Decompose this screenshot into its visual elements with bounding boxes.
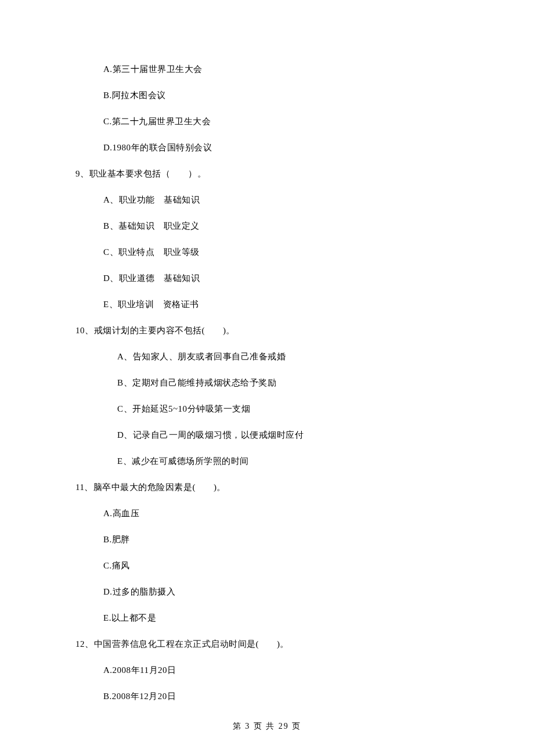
q8-option-c: C.第二十九届世界卫生大会 bbox=[103, 116, 459, 127]
q8-option-b: B.阿拉木图会议 bbox=[103, 90, 459, 101]
q12-stem: 12、中国营养信息化工程在京正式启动时间是( )。 bbox=[75, 639, 459, 650]
q10-option-e: E、减少在可威德场所学照的时间 bbox=[117, 456, 459, 467]
q10-stem: 10、戒烟计划的主要内容不包括( )。 bbox=[75, 325, 459, 336]
page-footer: 第 3 页 共 29 页 bbox=[0, 721, 534, 732]
q11-option-b: B.肥胖 bbox=[103, 534, 459, 545]
q12-option-b: B.2008年12月20日 bbox=[103, 691, 459, 702]
q12-option-a: A.2008年11月20日 bbox=[103, 665, 459, 676]
q10-option-c: C、开始延迟5~10分钟吸第一支烟 bbox=[117, 404, 459, 415]
q9-option-c: C、职业特点 职业等级 bbox=[103, 247, 459, 258]
document-page: A.第三十届世界卫生大会 B.阿拉木图会议 C.第二十九届世界卫生大会 D.19… bbox=[0, 0, 534, 702]
q10-option-d: D、记录自己一周的吸烟习惯，以便戒烟时应付 bbox=[117, 430, 459, 441]
q9-stem: 9、职业基本要求包括（ ）。 bbox=[75, 168, 459, 179]
q10-option-b: B、定期对自己能维持戒烟状态给予奖励 bbox=[117, 377, 459, 388]
q11-option-e: E.以上都不是 bbox=[103, 613, 459, 624]
q9-option-d: D、职业道德 基础知识 bbox=[103, 273, 459, 284]
q10-option-a: A、告知家人、朋友或者回事自己准备戒婚 bbox=[117, 351, 459, 362]
q11-stem: 11、脑卒中最大的危险因素是( )。 bbox=[75, 482, 459, 493]
q9-option-e: E、职业培训 资格证书 bbox=[103, 299, 459, 310]
q11-option-d: D.过多的脂肪摄入 bbox=[103, 586, 459, 597]
q11-option-c: C.痛风 bbox=[103, 560, 459, 571]
q8-option-d: D.1980年的联合国特别会议 bbox=[103, 142, 459, 153]
q9-option-b: B、基础知识 职业定义 bbox=[103, 221, 459, 232]
q8-option-a: A.第三十届世界卫生大会 bbox=[103, 64, 459, 75]
q9-option-a: A、职业功能 基础知识 bbox=[103, 195, 459, 206]
q11-option-a: A.高血压 bbox=[103, 508, 459, 519]
